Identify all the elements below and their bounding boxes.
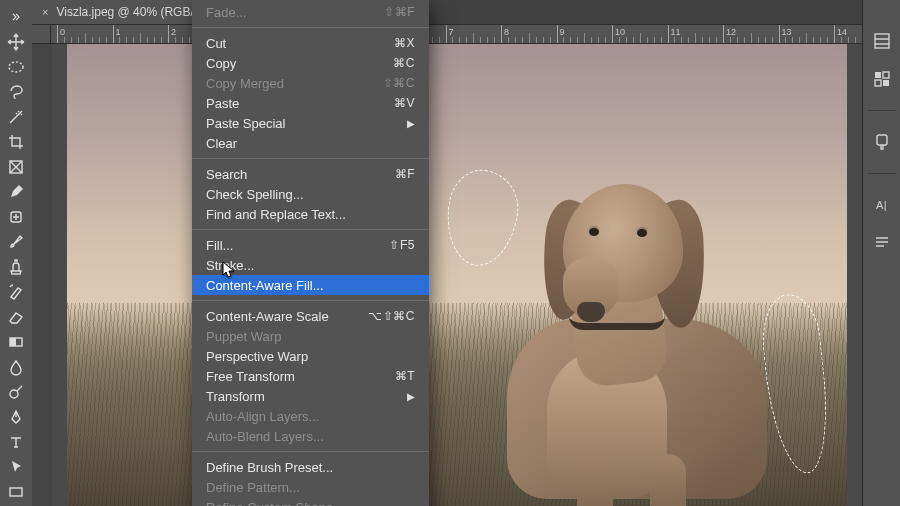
menu-item-label: Define Pattern...: [206, 480, 415, 495]
menu-item-label: Define Custom Shape...: [206, 500, 415, 507]
right-panel-strip: A|: [862, 0, 900, 506]
menu-item-label: Content-Aware Fill...: [206, 278, 415, 293]
svg-rect-10: [875, 80, 881, 86]
menu-shortcut: ⇧⌘F: [384, 5, 415, 19]
menu-item-paste[interactable]: Paste⌘V: [192, 93, 429, 113]
menu-item-label: Auto-Align Layers...: [206, 409, 415, 424]
menu-item-label: Find and Replace Text...: [206, 207, 415, 222]
eraser-tool[interactable]: [2, 304, 30, 329]
menu-item-label: Cut: [206, 36, 394, 51]
history-brush-tool[interactable]: [2, 279, 30, 304]
menu-item-fade: Fade...⇧⌘F: [192, 2, 429, 22]
menu-item-caf[interactable]: Content-Aware Fill...: [192, 275, 429, 295]
menu-item-label: Stroke...: [206, 258, 415, 273]
menu-shortcut: ⌘C: [393, 56, 415, 70]
menu-item-cut[interactable]: Cut⌘X: [192, 33, 429, 53]
menu-item-ft[interactable]: Free Transform⌘T: [192, 366, 429, 386]
menu-item-spell[interactable]: Check Spelling...: [192, 184, 429, 204]
menu-item-clear[interactable]: Clear: [192, 133, 429, 153]
submenu-arrow-icon: ▶: [407, 391, 415, 402]
svg-point-0: [9, 62, 23, 72]
svg-rect-6: [10, 488, 22, 496]
menu-item-transform[interactable]: Transform▶: [192, 386, 429, 406]
menu-item-label: Paste: [206, 96, 394, 111]
menu-item-dcs: Define Custom Shape...: [192, 497, 429, 506]
svg-rect-7: [875, 34, 889, 48]
image-document: [67, 44, 847, 506]
move-tool[interactable]: [2, 29, 30, 54]
menu-item-search[interactable]: Search⌘F: [192, 164, 429, 184]
blur-tool[interactable]: [2, 354, 30, 379]
menu-item-label: Copy Merged: [206, 76, 383, 91]
menu-item-label: Check Spelling...: [206, 187, 415, 202]
rectangle-tool[interactable]: [2, 479, 30, 504]
menu-item-abl: Auto-Blend Layers...: [192, 426, 429, 446]
document-tab-bar: × Viszla.jpeg @ 40% (RGB/: [32, 0, 862, 24]
horizontal-ruler: 01234567891011121314: [32, 24, 862, 44]
menu-item-copy[interactable]: Copy⌘C: [192, 53, 429, 73]
menu-shortcut: ⇧⌘C: [383, 76, 415, 90]
menu-item-fill[interactable]: Fill...⇧F5: [192, 235, 429, 255]
menu-item-dbp[interactable]: Define Brush Preset...: [192, 457, 429, 477]
menu-item-pastespecial[interactable]: Paste Special▶: [192, 113, 429, 133]
menu-item-pwarp[interactable]: Perspective Warp: [192, 346, 429, 366]
menu-item-cas[interactable]: Content-Aware Scale⌥⇧⌘C: [192, 306, 429, 326]
clone-stamp-tool[interactable]: [2, 254, 30, 279]
submenu-arrow-icon: ▶: [407, 118, 415, 129]
edit-menu-dropdown: Fade...⇧⌘FCut⌘XCopy⌘CCopy Merged⇧⌘CPaste…: [192, 0, 429, 506]
menu-item-copymerged: Copy Merged⇧⌘C: [192, 73, 429, 93]
svg-point-5: [10, 390, 18, 398]
menu-item-label: Fade...: [206, 5, 384, 20]
tool-strip: [0, 0, 32, 506]
eyedropper-tool[interactable]: [2, 179, 30, 204]
swatches-panel-icon[interactable]: [871, 68, 893, 90]
menu-item-label: Perspective Warp: [206, 349, 415, 364]
menu-item-label: Content-Aware Scale: [206, 309, 368, 324]
frame-tool[interactable]: [2, 154, 30, 179]
menu-item-findreplace[interactable]: Find and Replace Text...: [192, 204, 429, 224]
svg-rect-12: [877, 135, 887, 145]
history-panel-icon[interactable]: [871, 30, 893, 52]
menu-item-label: Puppet Warp: [206, 329, 415, 344]
menu-shortcut: ⌘T: [395, 369, 415, 383]
menu-item-label: Auto-Blend Layers...: [206, 429, 415, 444]
dodge-tool[interactable]: [2, 379, 30, 404]
canvas-area[interactable]: [52, 44, 862, 506]
menu-shortcut: ⌥⇧⌘C: [368, 309, 415, 323]
svg-rect-4: [10, 338, 16, 346]
menu-shortcut: ⌘F: [395, 167, 415, 181]
menu-item-label: Paste Special: [206, 116, 399, 131]
paragraph-panel-icon[interactable]: [871, 232, 893, 254]
menu-shortcut: ⌘X: [394, 36, 415, 50]
path-select-tool[interactable]: [2, 454, 30, 479]
menu-item-label: Fill...: [206, 238, 389, 253]
menu-item-label: Clear: [206, 136, 415, 151]
healing-brush-tool[interactable]: [2, 204, 30, 229]
marquee-tool[interactable]: [2, 54, 30, 79]
lasso-tool[interactable]: [2, 79, 30, 104]
menu-item-label: Transform: [206, 389, 399, 404]
character-panel-icon[interactable]: A|: [871, 194, 893, 216]
svg-rect-9: [883, 72, 889, 78]
crop-tool[interactable]: [2, 129, 30, 154]
menu-item-stroke[interactable]: Stroke...: [192, 255, 429, 275]
menu-shortcut: ⌘V: [394, 96, 415, 110]
document-tab[interactable]: × Viszla.jpeg @ 40% (RGB/: [32, 0, 204, 24]
menu-item-label: Search: [206, 167, 395, 182]
svg-rect-8: [875, 72, 881, 78]
menu-item-dp: Define Pattern...: [192, 477, 429, 497]
menu-item-aal: Auto-Align Layers...: [192, 406, 429, 426]
menu-item-label: Copy: [206, 56, 393, 71]
document-tab-title: Viszla.jpeg @ 40% (RGB/: [56, 5, 193, 19]
brush-tool[interactable]: [2, 229, 30, 254]
type-tool[interactable]: [2, 429, 30, 454]
svg-rect-11: [883, 80, 889, 86]
gradient-tool[interactable]: [2, 329, 30, 354]
brush-panel-icon[interactable]: [871, 131, 893, 153]
menu-shortcut: ⇧F5: [389, 238, 415, 252]
magic-wand-tool[interactable]: [2, 104, 30, 129]
menu-item-label: Define Brush Preset...: [206, 460, 415, 475]
pen-tool[interactable]: [2, 404, 30, 429]
expand-handle-icon[interactable]: [9, 4, 23, 29]
close-icon[interactable]: ×: [42, 6, 48, 18]
